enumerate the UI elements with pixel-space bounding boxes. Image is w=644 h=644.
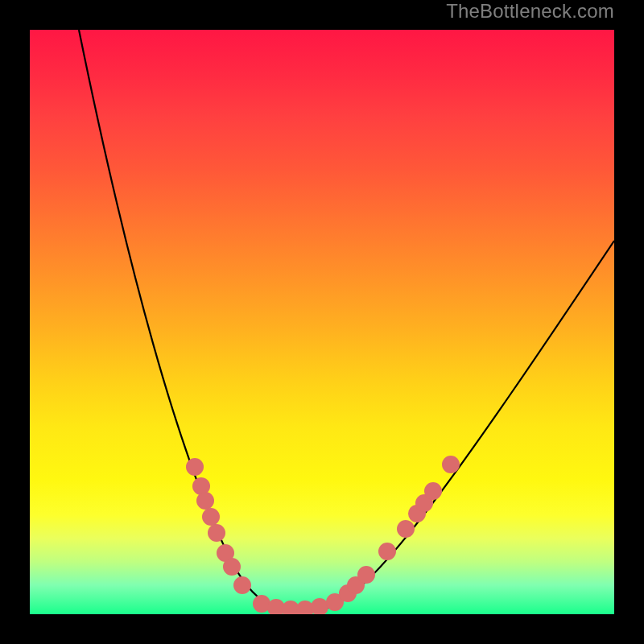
data-marker xyxy=(442,456,460,473)
data-marker xyxy=(357,566,375,584)
bottleneck-curve-svg xyxy=(30,30,614,614)
data-marker xyxy=(378,543,396,560)
watermark-text: TheBottleneck.com xyxy=(446,0,614,23)
data-marker xyxy=(223,558,241,576)
data-marker xyxy=(424,482,442,500)
data-marker xyxy=(311,598,328,614)
data-marker xyxy=(208,524,225,542)
data-marker xyxy=(186,458,204,476)
data-marker xyxy=(196,492,214,510)
chart-plot-area xyxy=(30,30,614,614)
bottleneck-curve xyxy=(79,30,614,609)
data-marker xyxy=(202,508,220,526)
data-marker xyxy=(397,520,415,538)
marker-group xyxy=(186,456,460,614)
data-marker xyxy=(233,576,251,594)
